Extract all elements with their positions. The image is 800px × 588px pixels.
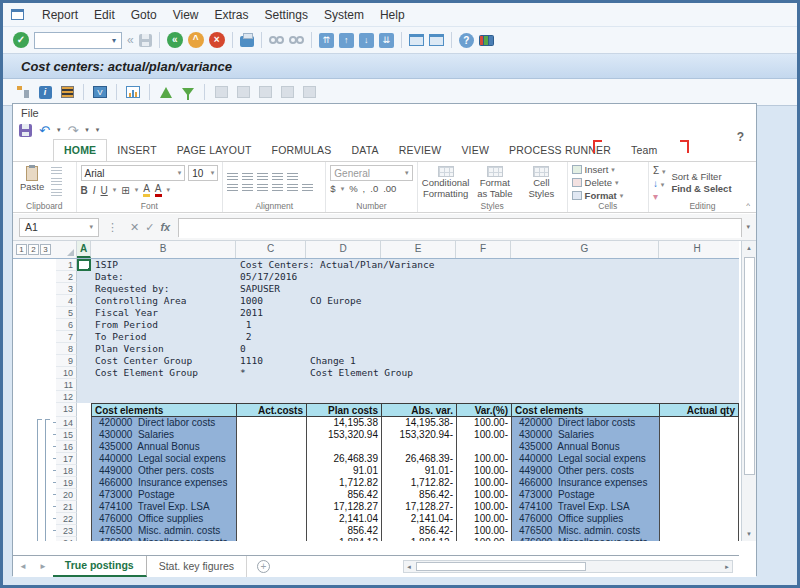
row-header[interactable]: 7 <box>56 331 77 343</box>
cell-abs-var[interactable]: 1,884.12- <box>381 537 456 541</box>
cell-var-pct[interactable]: 100.00- <box>456 513 511 525</box>
align-center-icon[interactable] <box>242 184 253 192</box>
cell-actual-qty[interactable] <box>659 429 739 441</box>
align-right-icon[interactable] <box>257 184 268 192</box>
cell-act-costs[interactable] <box>236 477 306 489</box>
cell-d[interactable]: Cost Element Group <box>306 367 739 379</box>
formula-input[interactable] <box>179 221 741 238</box>
cell-a[interactable] <box>77 367 91 379</box>
cell-a[interactable] <box>77 417 91 429</box>
cell-plan-costs[interactable]: 856.42 <box>306 489 381 501</box>
cut-icon[interactable] <box>51 167 62 176</box>
align-middle-icon[interactable] <box>242 173 253 181</box>
ribbon-tab[interactable]: PAGE LAYOUT <box>167 140 262 161</box>
command-field[interactable]: ▾ <box>34 32 122 49</box>
find-icon[interactable] <box>269 35 284 45</box>
menu-item[interactable]: Settings <box>257 6 316 24</box>
vertical-scrollbar-thumb[interactable] <box>744 257 755 475</box>
cell-d[interactable] <box>306 271 739 283</box>
cell-b[interactable] <box>91 379 236 391</box>
previous-sheet-icon[interactable]: ◄ <box>13 562 33 571</box>
decrease-decimal-button[interactable]: .00 <box>383 183 396 194</box>
customize-qat-icon[interactable]: ▾ <box>96 126 100 134</box>
conditional-formatting-button[interactable]: Conditional Formatting <box>422 165 470 200</box>
cell-b[interactable]: Requested by: <box>91 283 236 295</box>
row-header[interactable]: 16 <box>56 441 77 453</box>
cell-b[interactable]: Date: <box>91 271 236 283</box>
export-worksheet-icon[interactable]: V <box>92 85 108 100</box>
cancel-entry-icon[interactable]: ✕ <box>130 221 139 234</box>
cell-a[interactable] <box>77 343 91 355</box>
next-sheet-icon[interactable]: ► <box>33 562 53 571</box>
cell-abs-var[interactable]: 14,195.38- <box>381 417 456 429</box>
cell-plan-costs[interactable]: 856.42 <box>306 525 381 537</box>
font-color-button[interactable]: A <box>155 183 162 197</box>
cell-cost-element[interactable]: 440000 Legal social expens <box>91 453 236 465</box>
cell-cost-element-2[interactable]: 476000 Office supplies <box>511 513 659 525</box>
row-header[interactable]: 21 <box>56 501 77 513</box>
cell-a[interactable] <box>77 501 91 513</box>
align-left-icon[interactable] <box>227 184 238 192</box>
cell-d[interactable] <box>306 319 739 331</box>
insert-function-icon[interactable]: fx <box>160 221 170 233</box>
copy-icon[interactable] <box>51 178 62 187</box>
cell-c[interactable]: 05/17/2016 <box>236 271 306 283</box>
cell-d[interactable] <box>306 391 739 403</box>
format-as-table-button[interactable]: Format as Table <box>474 165 517 200</box>
cell-a[interactable] <box>77 319 91 331</box>
underline-dropdown-icon[interactable]: ▾ <box>113 186 117 194</box>
row-header[interactable]: 6 <box>56 319 77 331</box>
cell-plan-costs[interactable]: 1,712.82 <box>306 477 381 489</box>
merge-center-icon[interactable] <box>302 184 313 192</box>
redo-dropdown-icon[interactable]: ▾ <box>85 126 89 134</box>
confirm-entry-icon[interactable]: ✓ <box>145 221 154 234</box>
cell-cost-element[interactable]: 435000 Annual Bonus <box>91 441 236 453</box>
vertical-scrollbar[interactable]: ▲ ▼ <box>741 241 756 541</box>
cell-var-pct[interactable]: 100.00- <box>456 453 511 465</box>
cell-a[interactable] <box>77 453 91 465</box>
cell-d[interactable]: CO Europe <box>306 295 739 307</box>
horizontal-scrollbar[interactable]: ◄ ► <box>403 560 733 573</box>
row-header[interactable]: 10 <box>56 367 77 379</box>
cell-b[interactable]: 1SIP <box>91 259 236 271</box>
previous-page-icon[interactable]: ↑ <box>339 33 354 48</box>
cell-c[interactable]: 0 <box>236 343 306 355</box>
outline-level-button[interactable]: 1 <box>16 244 27 255</box>
name-box[interactable]: A1▾ <box>19 218 99 237</box>
menu-item[interactable]: Help <box>372 6 413 24</box>
cell-cost-element[interactable]: 449000 Other pers. costs <box>91 465 236 477</box>
cell-a[interactable] <box>77 379 91 391</box>
cell-abs-var[interactable]: 17,128.27- <box>381 501 456 513</box>
column-header[interactable]: E <box>381 241 456 258</box>
cell-cost-element[interactable]: 476000 Office supplies <box>91 513 236 525</box>
cell-d[interactable] <box>306 343 739 355</box>
cell-a[interactable] <box>77 465 91 477</box>
cell-abs-var[interactable]: 856.42- <box>381 525 456 537</box>
row-header[interactable]: 1 <box>56 259 77 271</box>
cell-abs-var[interactable]: 91.01- <box>381 465 456 477</box>
font-color-dropdown-icon[interactable]: ▾ <box>167 186 171 194</box>
cell-actual-qty[interactable] <box>659 465 739 477</box>
cell-abs-var[interactable] <box>381 441 456 453</box>
cell-act-costs[interactable] <box>236 441 306 453</box>
cell-act-costs[interactable] <box>236 417 306 429</box>
graphic-icon[interactable] <box>125 85 141 100</box>
accounting-format-button[interactable]: $ <box>330 183 335 194</box>
gui-settings-icon[interactable] <box>479 35 494 46</box>
cell-b[interactable]: Controlling Area <box>91 295 236 307</box>
cell-a[interactable] <box>77 513 91 525</box>
cell-c[interactable]: 1000 <box>236 295 306 307</box>
italic-button[interactable]: I <box>93 185 96 196</box>
detail-list-icon[interactable] <box>59 85 75 100</box>
cell-actual-qty[interactable] <box>659 477 739 489</box>
cell-d[interactable] <box>306 307 739 319</box>
cell-var-pct[interactable]: 100.00- <box>456 525 511 537</box>
info-icon[interactable]: i <box>37 85 53 100</box>
cell-cost-element[interactable]: 476900 Miscellaneous costs <box>91 537 236 541</box>
cell-c[interactable] <box>236 379 306 391</box>
cell-actual-qty[interactable] <box>659 441 739 453</box>
cell-act-costs[interactable] <box>236 537 306 541</box>
cell-var-pct[interactable]: 100.00- <box>456 477 511 489</box>
cell-cost-element-2[interactable]: 466000 Insurance expenses <box>511 477 659 489</box>
cell-plan-costs[interactable]: 26,468.39 <box>306 453 381 465</box>
